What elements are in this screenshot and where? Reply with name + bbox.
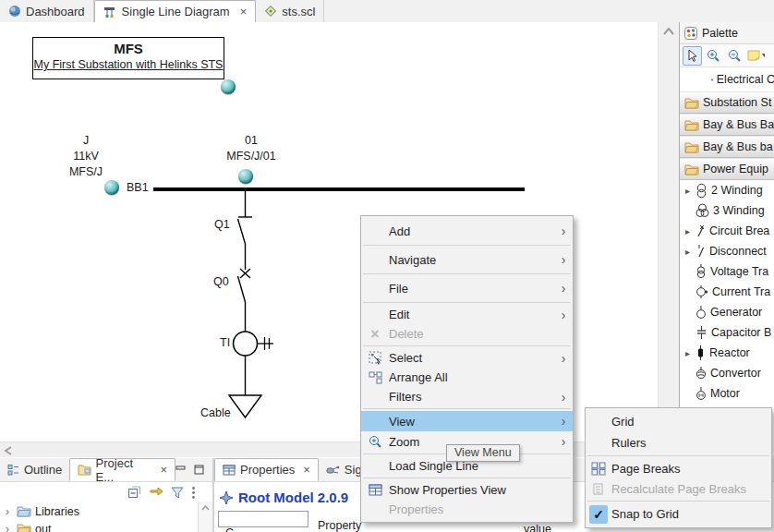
disconnector-q1-label[interactable]: Q1 xyxy=(214,218,230,231)
link-editor-icon[interactable] xyxy=(149,486,163,499)
note-tool-button[interactable] xyxy=(746,46,766,66)
tab-outline[interactable]: Outline xyxy=(0,458,69,481)
submenu-arrow-icon: › xyxy=(554,224,573,238)
scroll-left-icon[interactable] xyxy=(5,446,12,455)
palette-panel: Palette Electrical C Substation St xyxy=(679,22,774,457)
view-submenu: Grid Rulers Page Breaks Recalculate Page… xyxy=(585,407,772,528)
circuit-breaker-icon xyxy=(695,224,706,238)
cable-label[interactable]: Cable xyxy=(200,406,231,419)
voltage-level-label[interactable]: J 11kV MFS/J xyxy=(54,133,118,180)
palette-item-capacitor[interactable]: Capacitor B xyxy=(680,322,774,343)
tab-sts-scl[interactable]: sts.scl xyxy=(256,0,324,22)
substation-title-box[interactable]: MFS My First Substation with Helinks STS xyxy=(32,37,224,79)
submenu-arrow-icon: › xyxy=(554,390,573,405)
checked-state-icon: ✓ xyxy=(589,505,608,524)
submenu-item-page-breaks[interactable]: Page Breaks xyxy=(586,458,771,478)
tab-close-icon[interactable]: × xyxy=(160,463,167,477)
submenu-item-snap-to-grid[interactable]: ✓ Snap to Grid xyxy=(586,503,771,525)
select-tool-button[interactable] xyxy=(683,46,702,66)
palette-item-circuit-breaker[interactable]: ▸ Circuit Brea xyxy=(680,221,774,241)
busbar-label[interactable]: BB1 xyxy=(127,181,149,194)
palette-item-generator[interactable]: Generator xyxy=(680,302,774,322)
scroll-up-icon[interactable] xyxy=(201,505,210,511)
disconnector-icon xyxy=(695,244,706,259)
palette-item-electrical[interactable]: Electrical C xyxy=(680,67,774,91)
zoom-out-tool-button[interactable] xyxy=(725,46,744,66)
value-column-header[interactable]: value xyxy=(524,523,551,532)
palette-category-substation[interactable]: Substation St xyxy=(680,91,774,114)
generator-icon xyxy=(695,305,707,320)
palette-item-disconnector[interactable]: ▸ Disconnect xyxy=(680,241,774,261)
expander-icon[interactable]: ▸ xyxy=(683,186,692,196)
palette-item-voltage-transformer[interactable]: Voltage Tra xyxy=(680,261,774,282)
palette-category-bay-bus-2[interactable]: Bay & Bus ba xyxy=(680,136,774,158)
canvas-vertical-scrollbar[interactable] xyxy=(658,22,679,441)
menu-item-show-properties-view[interactable]: Show Properties View xyxy=(361,480,573,500)
folder-icon xyxy=(684,97,699,109)
palette-item-reactor[interactable]: ▸ Reactor xyxy=(680,343,774,363)
tab-properties[interactable]: Properties × xyxy=(214,458,319,481)
palette-item-current-transformer[interactable]: Current Tra xyxy=(680,282,774,302)
tab-project-explorer[interactable]: Project E... × xyxy=(69,458,175,481)
scl-file-icon xyxy=(264,5,277,18)
expander-icon[interactable]: ▸ xyxy=(683,348,692,358)
panel-window-buttons xyxy=(175,458,212,481)
tree-scrollbar[interactable] xyxy=(198,502,212,532)
menu-separator xyxy=(363,408,571,409)
palette-item-2-winding[interactable]: ▸ 2 Winding xyxy=(680,180,774,200)
tab-dashboard[interactable]: Dashboard xyxy=(0,0,94,22)
properties-heading: Root Model 2.0.9 xyxy=(238,490,348,505)
maximize-icon[interactable] xyxy=(194,465,205,475)
minimize-icon[interactable] xyxy=(175,465,187,475)
properties-side-tab-fragment[interactable]: C xyxy=(225,526,234,532)
expander-icon[interactable]: ▸ xyxy=(683,226,692,236)
tab-close-icon[interactable]: × xyxy=(303,463,310,477)
submenu-item-rulers[interactable]: Rulers xyxy=(586,432,771,453)
expander-icon[interactable]: › xyxy=(6,523,13,532)
palette-header[interactable]: Palette xyxy=(680,22,774,44)
menu-item-filters[interactable]: Filters › xyxy=(361,387,573,406)
menu-separator xyxy=(363,273,571,274)
breaker-q0-label[interactable]: Q0 xyxy=(213,275,229,288)
scroll-up-icon[interactable] xyxy=(663,28,674,35)
palette-item-motor[interactable]: Motor xyxy=(680,383,774,404)
tab-single-line-diagram-label: Single Line Diagram xyxy=(122,5,230,18)
menu-item-select[interactable]: Select › xyxy=(361,348,573,368)
project-folder-icon xyxy=(78,464,91,476)
menu-item-edit[interactable]: Edit › xyxy=(361,305,573,324)
tree-item-out[interactable]: › out xyxy=(0,520,212,532)
palette-category-power-equipment[interactable]: Power Equip xyxy=(680,158,774,180)
transformer-ti-label[interactable]: TI xyxy=(220,336,230,349)
dashboard-globe-icon xyxy=(8,5,21,18)
menu-separator xyxy=(363,302,571,303)
tree-item-libraries[interactable]: › Libraries xyxy=(0,502,212,520)
tab-single-line-diagram[interactable]: Single Line Diagram × xyxy=(94,0,257,23)
view-menu-tooltip: View Menu xyxy=(446,444,520,462)
menu-item-add[interactable]: Add › xyxy=(361,219,573,243)
validation-marker-icon[interactable] xyxy=(238,169,253,184)
submenu-arrow-icon: › xyxy=(554,351,573,366)
expander-icon[interactable]: ▸ xyxy=(683,247,692,257)
collapse-all-icon[interactable] xyxy=(127,486,141,499)
palette-category-bay-bus-1[interactable]: Bay & Bus Ba xyxy=(680,114,774,136)
filter-icon[interactable] xyxy=(171,486,184,499)
properties-filter-box[interactable] xyxy=(218,511,308,527)
menu-item-properties: Properties xyxy=(361,500,573,519)
palette-item-convertor[interactable]: Convertor xyxy=(680,363,774,383)
view-menu-dots-icon[interactable] xyxy=(191,486,196,500)
menu-item-navigate[interactable]: Navigate › xyxy=(361,248,573,272)
palette-item-3-winding[interactable]: 3 Winding xyxy=(680,200,774,221)
expander-icon[interactable]: › xyxy=(6,505,13,518)
electrical-diamond-icon xyxy=(711,74,713,86)
validation-marker-icon[interactable] xyxy=(221,79,236,94)
menu-item-view[interactable]: View › xyxy=(361,411,573,431)
validation-marker-icon[interactable] xyxy=(104,180,119,195)
tab-close-icon[interactable]: × xyxy=(240,6,248,18)
property-column-header[interactable]: Property xyxy=(318,519,361,532)
zoom-in-tool-button[interactable] xyxy=(704,46,723,66)
menu-item-arrange-all[interactable]: Arrange All xyxy=(361,368,573,387)
bay-label[interactable]: 01 MFS/J/01 xyxy=(211,133,292,164)
submenu-item-grid[interactable]: Grid xyxy=(586,411,771,432)
folder-icon xyxy=(17,523,31,532)
menu-item-file[interactable]: File › xyxy=(361,276,573,300)
